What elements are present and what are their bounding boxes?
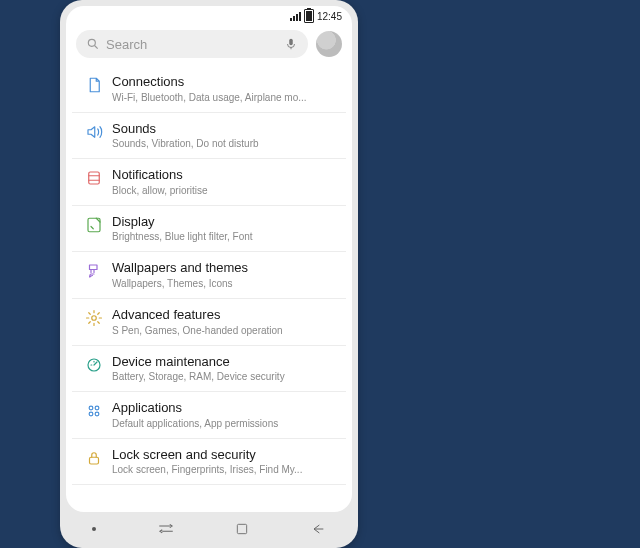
applications-icon: [85, 402, 103, 420]
svg-point-11: [89, 412, 93, 416]
item-title: Device maintenance: [112, 354, 342, 370]
item-title: Advanced features: [112, 307, 342, 323]
item-title: Notifications: [112, 167, 342, 183]
search-row: Search: [66, 26, 352, 66]
maintenance-icon: [85, 356, 103, 374]
mic-icon[interactable]: [284, 37, 298, 51]
svg-point-10: [95, 406, 99, 410]
settings-item-display[interactable]: DisplayBrightness, Blue light filter, Fo…: [72, 206, 346, 253]
svg-rect-2: [289, 39, 293, 45]
nav-recent-icon[interactable]: [157, 522, 175, 536]
item-subtitle: S Pen, Games, One-handed operation: [112, 325, 342, 336]
item-subtitle: Wi-Fi, Bluetooth, Data usage, Airplane m…: [112, 92, 342, 103]
item-title: Applications: [112, 400, 342, 416]
nav-back-icon[interactable]: [310, 522, 326, 536]
nav-bar: [66, 516, 352, 542]
settings-item-maintenance[interactable]: Device maintenanceBattery, Storage, RAM,…: [72, 346, 346, 393]
settings-item-advanced[interactable]: Advanced featuresS Pen, Games, One-hande…: [72, 299, 346, 346]
item-subtitle: Sounds, Vibration, Do not disturb: [112, 138, 342, 149]
signal-icon: [290, 12, 301, 21]
item-title: Sounds: [112, 121, 342, 137]
search-input[interactable]: Search: [76, 30, 308, 58]
item-subtitle: Battery, Storage, RAM, Device security: [112, 371, 342, 382]
svg-point-12: [95, 412, 99, 416]
item-title: Lock screen and security: [112, 447, 342, 463]
svg-rect-3: [89, 172, 100, 184]
wallpapers-icon: [85, 262, 103, 280]
screen: { "status": { "time": "12:45" }, "search…: [66, 6, 352, 512]
item-title: Connections: [112, 74, 342, 90]
settings-list: ConnectionsWi-Fi, Bluetooth, Data usage,…: [66, 66, 352, 512]
lockscreen-icon: [85, 449, 103, 467]
search-icon: [86, 37, 100, 51]
item-subtitle: Wallpapers, Themes, Icons: [112, 278, 342, 289]
phone-frame: { "status": { "time": "12:45" }, "search…: [60, 0, 358, 548]
sounds-icon: [85, 123, 103, 141]
svg-rect-13: [90, 457, 99, 464]
settings-item-notifications[interactable]: NotificationsBlock, allow, prioritise: [72, 159, 346, 206]
settings-item-lockscreen[interactable]: Lock screen and securityLock screen, Fin…: [72, 439, 346, 486]
settings-item-connections[interactable]: ConnectionsWi-Fi, Bluetooth, Data usage,…: [72, 66, 346, 113]
item-subtitle: Block, allow, prioritise: [112, 185, 342, 196]
advanced-icon: [85, 309, 103, 327]
status-bar: 12:45: [66, 6, 352, 26]
nav-home-icon[interactable]: [235, 522, 249, 536]
svg-point-9: [89, 406, 93, 410]
svg-line-1: [95, 46, 98, 49]
search-placeholder: Search: [106, 37, 147, 52]
item-subtitle: Lock screen, Fingerprints, Irises, Find …: [112, 464, 342, 475]
status-time: 12:45: [317, 11, 342, 22]
display-icon: [85, 216, 103, 234]
item-title: Display: [112, 214, 342, 230]
item-subtitle: Default applications, App permissions: [112, 418, 342, 429]
notifications-icon: [85, 169, 103, 187]
settings-item-applications[interactable]: ApplicationsDefault applications, App pe…: [72, 392, 346, 439]
nav-dot: [92, 527, 96, 531]
svg-point-7: [92, 316, 97, 321]
settings-item-wallpapers[interactable]: Wallpapers and themesWallpapers, Themes,…: [72, 252, 346, 299]
item-subtitle: Brightness, Blue light filter, Font: [112, 231, 342, 242]
battery-icon: [304, 9, 314, 23]
connections-icon: [85, 76, 103, 94]
profile-avatar[interactable]: [316, 31, 342, 57]
svg-rect-14: [238, 524, 247, 533]
item-title: Wallpapers and themes: [112, 260, 342, 276]
settings-item-sounds[interactable]: SoundsSounds, Vibration, Do not disturb: [72, 113, 346, 160]
svg-point-0: [88, 39, 95, 46]
